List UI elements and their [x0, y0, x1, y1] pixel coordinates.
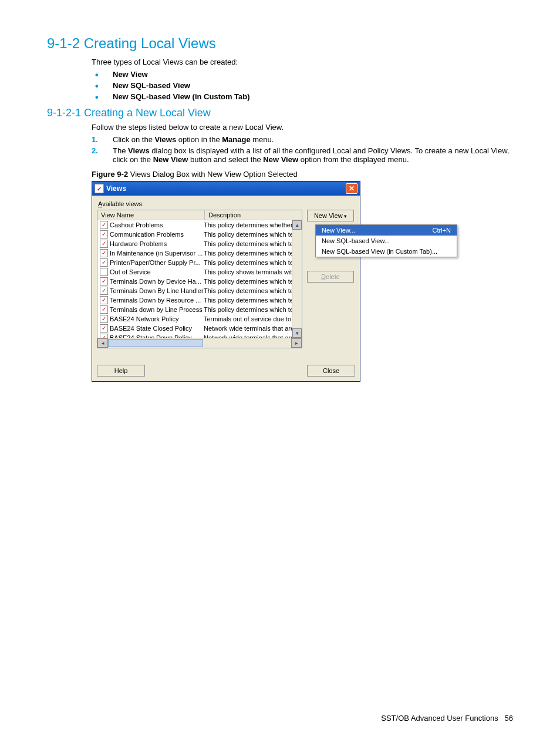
checkbox-icon[interactable]: ✓	[100, 277, 108, 285]
step-number: 1.	[92, 135, 98, 144]
checkbox-icon[interactable]: ✓	[100, 315, 108, 323]
view-desc-cell: This policy determines which term..	[204, 231, 292, 238]
col-description[interactable]: Description	[205, 210, 302, 220]
checkbox-icon[interactable]: ✓	[100, 296, 108, 304]
checkbox-icon[interactable]: ✓	[100, 287, 108, 295]
bullet-list: New View New SQL-based View New SQL-base…	[92, 70, 513, 101]
list-item[interactable]: ✓Terminals down by Line ProcessThis poli…	[97, 305, 292, 314]
list-item[interactable]: ✓In Maintenance (in Supervisor ...This p…	[97, 248, 292, 258]
steps-list: 1. Click on the Views option in the Mana…	[92, 135, 513, 164]
list-item[interactable]: ✓Communication ProblemsThis policy deter…	[97, 230, 292, 239]
step-text: The Views dialog box is displayed with a…	[113, 146, 509, 164]
checkbox-icon[interactable]: ✓	[100, 249, 108, 257]
checkbox-icon[interactable]: ✓	[100, 230, 108, 238]
view-name-cell: Hardware Problems	[110, 240, 204, 247]
checkbox-icon[interactable]: ✓	[100, 221, 108, 229]
page-footer: SST/OB Advanced User Functions 56	[381, 714, 513, 723]
dialog-icon: ✓	[95, 184, 104, 193]
view-name-cell: In Maintenance (in Supervisor ...	[110, 250, 204, 257]
view-desc-cell: This policy determines which term..	[204, 259, 292, 266]
view-desc-cell: This policy determines which term..	[204, 278, 292, 285]
checkbox-icon[interactable]	[100, 268, 108, 276]
views-dialog: ✓ Views ✕ Available views: View Name Des…	[92, 181, 360, 382]
view-desc-cell: This policy shows terminals with f...	[204, 268, 292, 275]
close-icon[interactable]: ✕	[346, 183, 357, 194]
intro-text: Three types of Local Views can be create…	[92, 58, 513, 66]
list-item[interactable]: ✓BASE24 State Closed PolicyNetwork wide …	[97, 324, 292, 333]
subsection-heading: 9-1-2-1 Creating a New Local View	[47, 107, 513, 119]
view-name-cell: BASE24 Network Policy	[110, 315, 204, 322]
view-name-cell: Communication Problems	[110, 231, 204, 238]
step-item: 2. The Views dialog box is displayed wit…	[92, 146, 513, 164]
scroll-thumb[interactable]	[108, 339, 203, 347]
close-button[interactable]: Close	[307, 365, 355, 377]
view-name-cell: Terminals Down by Device Ha...	[110, 278, 204, 285]
list-item[interactable]: ✓Terminals Down by Resource ...This poli…	[97, 295, 292, 305]
view-name-cell: Terminals Down by Resource ...	[110, 297, 204, 304]
view-desc-cell: This policy determines whether th..	[204, 221, 292, 228]
menu-item-new-sql-view-custom[interactable]: New SQL-based View (in Custom Tab)...	[316, 246, 457, 257]
checkbox-icon[interactable]: ✓	[100, 305, 108, 314]
list-item[interactable]: Out of ServiceThis policy shows terminal…	[97, 267, 292, 277]
dialog-title: Views	[106, 184, 346, 193]
view-name-cell: BASE24 State Closed Policy	[110, 325, 204, 332]
checkbox-icon[interactable]: ✓	[100, 324, 108, 332]
view-name-cell: Cashout Problems	[110, 221, 204, 228]
view-name-cell: Out of Service	[110, 268, 204, 275]
view-desc-cell: This policy determines which term..	[204, 240, 292, 247]
list-item[interactable]: ✓Printer/Paper/Other Supply Pr...This po…	[97, 258, 292, 267]
view-name-cell: Terminals down by Line Process	[110, 306, 204, 313]
checkbox-icon[interactable]: ✓	[100, 334, 108, 338]
list-item[interactable]: ✓BASE24 Network PolicyTerminals out of s…	[97, 314, 292, 324]
bullet-item: New View	[92, 70, 513, 79]
view-name-cell: Terminals Down By Line Handler	[110, 287, 204, 294]
view-desc-cell: Network wide terminals that are C..	[204, 325, 292, 332]
dialog-titlebar[interactable]: ✓ Views ✕	[92, 182, 360, 196]
col-view-name[interactable]: View Name	[97, 210, 205, 220]
list-item[interactable]: ✓Cashout ProblemsThis policy determines …	[97, 220, 292, 230]
horizontal-scrollbar[interactable]: ◂ ▸	[97, 338, 302, 348]
scroll-right-icon[interactable]: ▸	[291, 338, 302, 348]
step-item: 1. Click on the Views option in the Mana…	[92, 135, 513, 144]
new-view-dropdown-menu: New View...Ctrl+N New SQL-based View... …	[315, 224, 457, 257]
menu-item-new-sql-view[interactable]: New SQL-based View...	[316, 236, 457, 246]
delete-button[interactable]: Delete	[307, 271, 354, 283]
figure-label: Figure 9-2 Views Dialog Box with New Vie…	[92, 170, 513, 179]
list-item[interactable]: ✓Terminals Down by Device Ha...This poli…	[97, 277, 292, 286]
view-desc-cell: This policy determines which term..	[204, 250, 292, 257]
section-heading: 9-1-2 Creating Local Views	[47, 35, 513, 52]
vertical-scrollbar[interactable]: ▴ ▾	[292, 220, 302, 338]
step-text: Click on the Views option in the Manage …	[113, 135, 274, 144]
views-list-box[interactable]: View Name Description ✓Cashout ProblemsT…	[97, 210, 302, 348]
scroll-down-icon[interactable]: ▾	[292, 328, 302, 338]
help-button[interactable]: Help	[97, 365, 145, 377]
checkbox-icon[interactable]: ✓	[100, 258, 108, 267]
bullet-item: New SQL-based View (in Custom Tab)	[92, 92, 513, 101]
step-number: 2.	[92, 146, 98, 155]
sub-intro-text: Follow the steps listed below to create …	[92, 123, 513, 132]
view-desc-cell: This policy determines which term..	[204, 297, 292, 304]
scroll-up-icon[interactable]: ▴	[292, 220, 302, 230]
view-desc-cell: Terminals out of service due to B...	[204, 315, 292, 322]
checkbox-icon[interactable]: ✓	[100, 240, 108, 248]
bullet-item: New SQL-based View	[92, 81, 513, 90]
view-desc-cell: This policy determines which term..	[204, 287, 292, 294]
view-desc-cell: This policy determines which term..	[204, 306, 292, 313]
scroll-left-icon[interactable]: ◂	[97, 338, 108, 348]
list-header: View Name Description	[97, 210, 302, 220]
menu-item-new-view[interactable]: New View...Ctrl+N	[316, 225, 457, 236]
available-views-label: Available views:	[98, 200, 355, 207]
view-name-cell: Printer/Paper/Other Supply Pr...	[110, 259, 204, 266]
list-item[interactable]: ✓Terminals Down By Line HandlerThis poli…	[97, 286, 292, 295]
list-item[interactable]: ✓BASE24 Status Down PolicyNetwork wide t…	[97, 333, 292, 338]
list-item[interactable]: ✓Hardware ProblemsThis policy determines…	[97, 239, 292, 248]
new-view-dropdown-button[interactable]: New View	[307, 210, 354, 221]
